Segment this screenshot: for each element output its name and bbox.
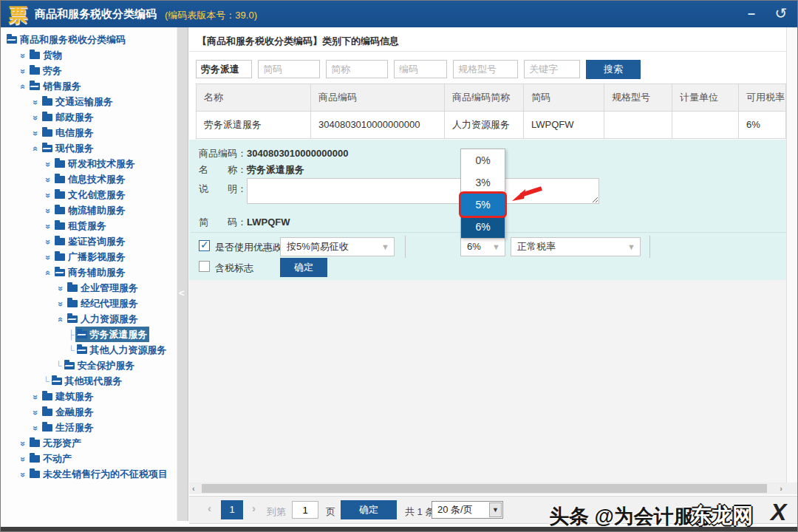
chevron-down-icon[interactable]: ▼ [489,502,502,517]
tree-item-label: 经纪代理服务 [81,298,138,309]
chevron-down-icon[interactable]: » [40,160,55,169]
chevron-down-icon[interactable]: » [40,238,55,247]
tree-item[interactable]: »金融服务 [1,404,177,420]
field-separator [649,236,650,258]
tree-item[interactable]: »未发生销售行为的不征税项目 [1,466,177,482]
chevron-up-icon[interactable]: » [15,83,30,92]
page-unit-label: 页 [326,505,335,519]
tree-item[interactable]: »电信服务 [1,125,177,140]
search-button[interactable]: 搜索 [586,60,641,79]
rate-option[interactable]: 3% [461,171,505,194]
prev-page-icon[interactable]: ‹ [208,502,211,514]
chevron-down-icon[interactable]: » [40,207,55,216]
goto-confirm-button[interactable]: 确定 [341,500,397,519]
results-table: 名称商品编码商品编码简称简码规格型号计量单位可用税率劳务派遣服务30408030… [196,83,786,139]
chevron-up-icon[interactable]: » [52,316,68,324]
chevron-down-icon[interactable]: » [27,114,43,123]
back-icon[interactable]: ↺ [771,4,791,23]
chevron-down-icon[interactable]: » [27,393,43,402]
chevron-down-icon[interactable]: » [15,67,30,76]
panel-splitter[interactable]: < [177,27,188,521]
chevron-down-icon[interactable]: » [27,409,43,417]
chevron-down-icon[interactable]: » [40,176,55,185]
chevron-down-icon[interactable]: » [52,284,68,293]
confirm-button[interactable]: 确定 [280,258,327,277]
folder-icon [55,238,65,245]
page-size-select[interactable]: 20 条/页 ▼ [432,501,503,519]
tree-item[interactable]: »劳务 [1,63,177,78]
rate-select[interactable]: 6% ▼ [460,237,505,256]
description-textbox[interactable] [247,178,599,204]
collapse-panel-icon[interactable]: < [179,287,185,299]
tree-item[interactable]: └其他现代服务 [1,373,177,389]
current-page-button[interactable]: 1 [221,500,243,519]
short-code-value: LWPQFW [247,216,290,228]
goto-page-input[interactable] [292,501,318,519]
tree-item[interactable]: »物流辅助服务 [1,202,177,218]
category-tree: 商品和服务税收分类编码»货物»劳务»销售服务»交通运输服务»邮政服务»电信服务»… [1,32,177,482]
rate-type-select[interactable]: 正常税率 ▼ [511,237,641,256]
chevron-down-icon[interactable]: » [15,52,30,61]
tree-item[interactable]: »建筑服务 [1,389,177,404]
tree-item[interactable]: »无形资产 [1,435,177,451]
minimize-icon[interactable]: – [742,4,761,23]
chevron-down-icon[interactable]: » [40,222,55,231]
chevron-down-icon[interactable]: » [15,471,30,480]
keyword-input[interactable] [196,60,252,78]
tree-item[interactable]: »文化创意服务 [1,187,177,202]
chevron-down-icon[interactable]: » [27,98,43,107]
tax-included-checkbox[interactable] [199,261,210,272]
chevron-up-icon[interactable]: » [40,269,55,278]
chevron-down-icon[interactable]: » [27,424,43,433]
tree-item[interactable]: ├劳务派遣服务 [1,327,177,342]
chevron-down-icon[interactable]: » [52,300,68,309]
spec-model-input[interactable] [453,60,518,78]
chevron-down-icon[interactable]: » [27,129,43,138]
chevron-down-icon[interactable]: » [15,455,30,464]
table-cell: 6% [739,112,785,138]
tree-item[interactable]: 商品和服务税收分类编码 [1,32,177,47]
search-keyword-input[interactable] [524,60,580,78]
folder-icon [55,191,65,199]
scroll-right-icon[interactable]: › [780,483,782,494]
folder-icon [30,455,40,463]
code-input[interactable] [394,60,447,78]
policy-select[interactable]: 按5%简易征收 ▼ [280,237,395,256]
tree-item[interactable]: »现代服务 [1,140,177,156]
tree-item[interactable]: »人力资源服务 [1,311,177,327]
tree-item[interactable]: »邮政服务 [1,109,177,125]
chevron-down-icon[interactable]: » [40,191,55,200]
tree-item[interactable]: »交通运输服务 [1,94,177,109]
tree-item[interactable]: └安全保护服务 [1,358,177,373]
tree-item[interactable]: »生活服务 [1,420,177,435]
chevron-up-icon[interactable]: » [27,145,43,154]
tree-item[interactable]: »信息技术服务 [1,171,177,187]
tax-rate-dropdown[interactable]: 0%3%5%6% [460,149,505,239]
tree-item[interactable]: »租赁服务 [1,218,177,233]
rate-option[interactable]: 6% [461,216,505,238]
tree-item[interactable]: »销售服务 [1,78,177,94]
tree-item[interactable]: »广播影视服务 [1,249,177,265]
tree-item[interactable]: »企业管理服务 [1,280,177,296]
tree-item[interactable]: »商务辅助服务 [1,265,177,280]
next-page-icon[interactable]: › [252,502,256,514]
rate-option[interactable]: 0% [461,149,505,171]
tree-item[interactable]: »研发和技术服务 [1,156,177,171]
vertical-scrollbar[interactable] [786,27,798,482]
scrollbar-thumb[interactable] [202,484,767,493]
tree-item-label: 未发生销售行为的不征税项目 [43,468,168,480]
scroll-left-icon[interactable]: ‹ [192,483,195,494]
tree-item[interactable]: └其他人力资源服务 [1,342,177,358]
preferential-policy-checkbox[interactable] [199,240,210,251]
rate-option[interactable]: 5% [461,194,505,216]
tree-item[interactable]: »经纪代理服务 [1,296,177,311]
horizontal-scrollbar[interactable]: ‹ › [189,482,798,494]
tree-item[interactable]: »货物 [1,47,177,63]
table-row[interactable]: 劳务派遣服务3040803010000000000人力资源服务LWPQFW6% [197,111,785,138]
chevron-down-icon[interactable]: » [15,440,30,449]
tree-item[interactable]: »不动产 [1,451,177,466]
tree-item[interactable]: »鉴证咨询服务 [1,233,177,249]
chevron-down-icon[interactable]: » [40,253,55,262]
short-code-input[interactable] [258,60,320,78]
short-name-input[interactable] [326,60,388,78]
